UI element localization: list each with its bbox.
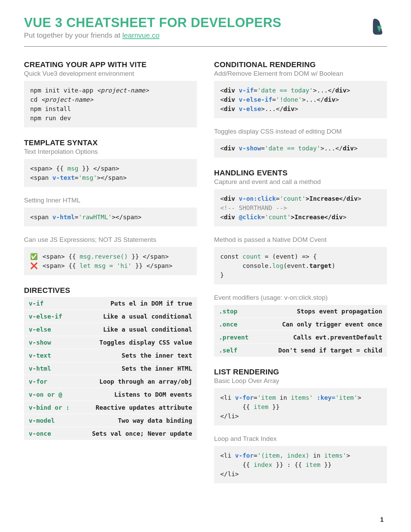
vue-logo-icon bbox=[368, 17, 387, 36]
cross-icon: ❌ bbox=[30, 261, 39, 270]
page-number: 1 bbox=[380, 516, 384, 523]
table-row: .preventCalls evt.preventDefault bbox=[214, 331, 387, 344]
section-subheading: Add/Remove Element from DOM w/ Boolean bbox=[214, 70, 387, 77]
learnvue-link[interactable]: learnvue.co bbox=[122, 31, 160, 39]
section-directives: DIRECTIVES v-ifPuts el in DOM if true v-… bbox=[24, 286, 197, 440]
table-row: .onceCan only trigger event once bbox=[214, 318, 387, 331]
section-heading: CREATING YOUR APP WITH VITE bbox=[24, 60, 197, 69]
table-row: v-showToggles display CSS value bbox=[24, 336, 197, 349]
code-block: <div v-if='date == today'>...</div> <div… bbox=[214, 81, 387, 118]
page-header: VUE 3 CHEATSHEET FOR DEVELOPERS Put toge… bbox=[24, 15, 387, 47]
section-subheading: Capture and event and call a method bbox=[214, 178, 387, 186]
modifiers-table: .stopStops event propagation .onceCan on… bbox=[214, 305, 387, 357]
section-conditional-rendering: CONDITIONAL RENDERING Add/Remove Element… bbox=[214, 60, 387, 158]
code-block: npm init vite-app <project-name> cd <pro… bbox=[24, 81, 197, 127]
subtitle-prefix: Put together by your friends at bbox=[24, 31, 122, 39]
page-subtitle: Put together by your friends at learnvue… bbox=[24, 31, 368, 39]
section-heading: TEMPLATE SYNTAX bbox=[24, 138, 197, 147]
section-heading: CONDITIONAL RENDERING bbox=[214, 60, 387, 69]
directives-table: v-ifPuts el in DOM if true v-else-ifLike… bbox=[24, 297, 197, 440]
section-subheading: Method is passed a Native DOM Cvent bbox=[214, 236, 387, 244]
code-block: <li v-for='(item, index) in items'> {{ i… bbox=[214, 446, 387, 483]
table-row: v-ifPuts el in DOM if true bbox=[24, 297, 197, 310]
section-creating-app: CREATING YOUR APP WITH VITE Quick Vue3 d… bbox=[24, 60, 197, 127]
table-row: v-bind or :Reactive updates attribute bbox=[24, 401, 197, 414]
section-subheading: Setting Inner HTML bbox=[24, 197, 197, 204]
right-column: CONDITIONAL RENDERING Add/Remove Element… bbox=[214, 60, 387, 494]
section-heading: DIRECTIVES bbox=[24, 286, 197, 295]
section-handling-events: HANDLING EVENTS Capture and event and ca… bbox=[214, 169, 387, 357]
section-subheading: Text Interpolation Options bbox=[24, 148, 197, 156]
section-subheading: Basic Loop Over Array bbox=[214, 377, 387, 385]
table-row: .selfDon't send if target = child bbox=[214, 344, 387, 357]
section-subheading: Quick Vue3 development environment bbox=[24, 70, 197, 77]
section-subheading: Event modifiers (usage: v-on:click.stop) bbox=[214, 294, 387, 301]
section-heading: HANDLING EVENTS bbox=[214, 169, 387, 177]
left-column: CREATING YOUR APP WITH VITE Quick Vue3 d… bbox=[24, 60, 197, 494]
code-block: const count = (event) => { console.log(e… bbox=[214, 247, 387, 284]
code-block: ✅ <span> {{ msg.reverse() }} </span> ❌ <… bbox=[24, 247, 197, 275]
section-template-syntax: TEMPLATE SYNTAX Text Interpolation Optio… bbox=[24, 138, 197, 275]
section-subheading: Can use JS Expressions; NOT JS Statement… bbox=[24, 236, 197, 244]
code-block: <li v-for='item in items' :key='item'> {… bbox=[214, 388, 387, 425]
section-list-rendering: LIST RENDERING Basic Loop Over Array <li… bbox=[214, 368, 387, 483]
code-block: <span v-html='rawHTML'></span> bbox=[24, 208, 197, 226]
table-row: v-on or @Listens to DOM events bbox=[24, 388, 197, 401]
header-text: VUE 3 CHEATSHEET FOR DEVELOPERS Put toge… bbox=[24, 15, 368, 39]
code-block: <div v-on:click='count'>Increase</div> <… bbox=[214, 189, 387, 226]
table-row: v-textSets the inner text bbox=[24, 349, 197, 362]
code-block: <span> {{ msg }} </span> <span v-text='m… bbox=[24, 159, 197, 187]
table-row: v-else-ifLike a usual conditional bbox=[24, 310, 197, 323]
table-row: .stopStops event propagation bbox=[214, 305, 387, 318]
content-columns: CREATING YOUR APP WITH VITE Quick Vue3 d… bbox=[24, 60, 387, 494]
table-row: v-forLoop through an array/obj bbox=[24, 375, 197, 388]
section-subheading: Toggles display CSS instead of editing D… bbox=[214, 128, 387, 135]
section-heading: LIST RENDERING bbox=[214, 368, 387, 376]
table-row: v-onceSets val once; Never update bbox=[24, 427, 197, 440]
section-subheading: Loop and Track Index bbox=[214, 435, 387, 443]
table-row: v-modelTwo way data binding bbox=[24, 414, 197, 427]
page-title: VUE 3 CHEATSHEET FOR DEVELOPERS bbox=[24, 15, 368, 30]
code-block: <div v-show='date == today'>...</div> bbox=[214, 139, 387, 158]
table-row: v-htmlSets the inner HTML bbox=[24, 362, 197, 375]
check-icon: ✅ bbox=[30, 252, 39, 261]
table-row: v-elseLike a usual conditional bbox=[24, 323, 197, 336]
